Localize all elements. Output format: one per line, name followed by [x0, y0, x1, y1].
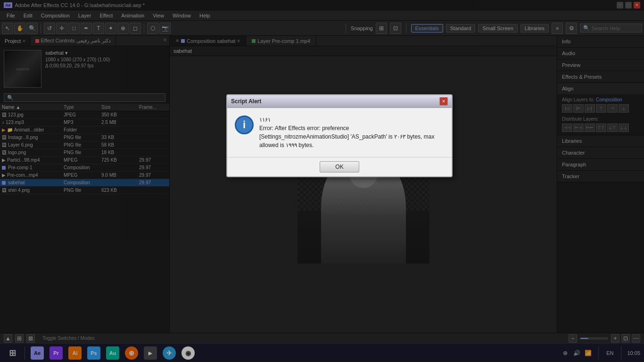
dialog-title-bar: Script Alert ×	[227, 95, 452, 108]
dialog-line1: ١١۶١	[259, 115, 434, 124]
dialog-overlay: Script Alert × i ١١۶١ Error: After Effec…	[0, 0, 644, 362]
dialog-line4: allowed is ۱۹۹۹ bytes.	[259, 141, 434, 149]
dialog-close-button[interactable]: ×	[439, 97, 448, 106]
dialog-title: Script Alert	[231, 98, 261, 105]
script-alert-dialog: Script Alert × i ١١۶١ Error: After Effec…	[226, 94, 453, 177]
dialog-body: i ١١۶١ Error: After Effects error: prefe…	[227, 108, 452, 157]
ok-button[interactable]: OK	[320, 161, 359, 173]
dialog-footer: OK	[227, 157, 452, 176]
dialog-message: ١١۶١ Error: After Effects error: prefere…	[259, 115, 434, 149]
dialog-info-icon: i	[235, 115, 254, 134]
dialog-line3: [Settings_nitrozmeAnimationStudio] 'AS_p…	[259, 132, 434, 141]
dialog-line2: Error: After Effects error: preference	[259, 124, 434, 132]
